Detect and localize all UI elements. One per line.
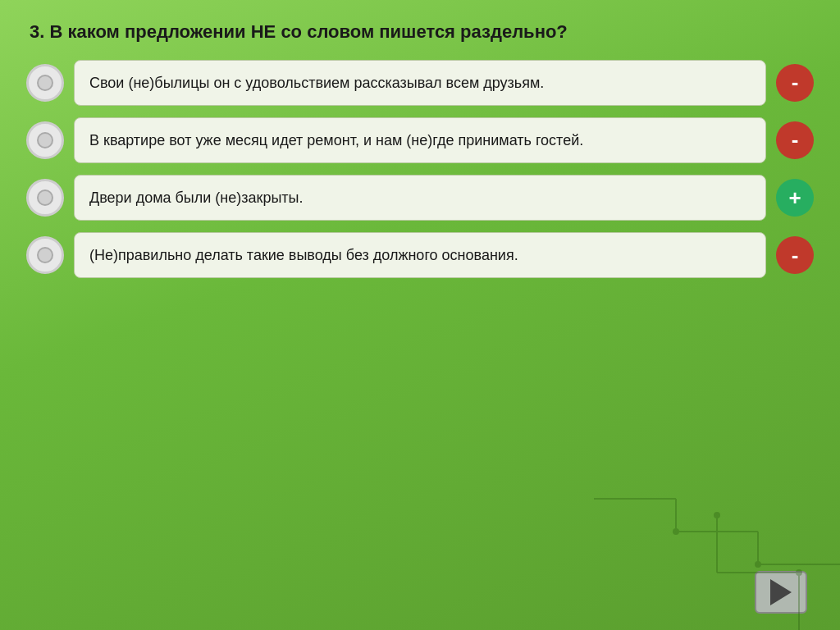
answer-row-4: (Не)правильно делать такие выводы без до… — [26, 232, 814, 278]
radio-4[interactable] — [26, 236, 64, 274]
radio-inner-1 — [37, 75, 53, 91]
radio-2[interactable] — [26, 121, 64, 159]
sign-button-3[interactable]: + — [776, 179, 814, 217]
next-button[interactable] — [755, 571, 807, 614]
answer-text-3[interactable]: Двери дома были (не)закрыты. — [74, 175, 766, 221]
answer-row-1: Свои (не)былицы он с удовольствием расск… — [26, 60, 814, 106]
radio-3[interactable] — [26, 179, 64, 217]
answers-area: Свои (не)былицы он с удовольствием расск… — [26, 60, 814, 563]
main-container: 3. В каком предложении НЕ со словом пише… — [0, 0, 840, 630]
sign-button-4[interactable]: - — [776, 236, 814, 274]
question-text: 3. В каком предложении НЕ со словом пише… — [26, 20, 814, 45]
sign-button-2[interactable]: - — [776, 121, 814, 159]
answer-row-2: В квартире вот уже месяц идет ремонт, и … — [26, 117, 814, 163]
answer-row-3: Двери дома были (не)закрыты. + — [26, 175, 814, 221]
next-button-area — [26, 571, 814, 614]
answer-text-1[interactable]: Свои (не)былицы он с удовольствием расск… — [74, 60, 766, 106]
next-arrow-icon — [770, 579, 792, 605]
radio-1[interactable] — [26, 64, 64, 102]
answer-text-2[interactable]: В квартире вот уже месяц идет ремонт, и … — [74, 117, 766, 163]
radio-inner-2 — [37, 132, 53, 148]
radio-inner-3 — [37, 189, 53, 206]
sign-button-1[interactable]: - — [776, 64, 814, 102]
answer-text-4[interactable]: (Не)правильно делать такие выводы без до… — [74, 232, 766, 278]
radio-inner-4 — [37, 247, 53, 263]
